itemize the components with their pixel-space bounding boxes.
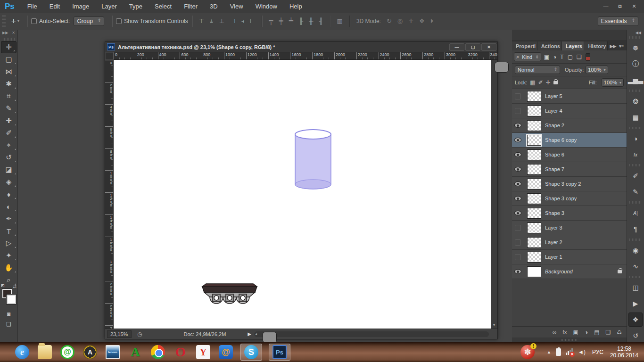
align-button[interactable]: ⊢ (247, 17, 258, 25)
menu-item[interactable]: 3D (204, 3, 224, 10)
visibility-toggle[interactable] (512, 89, 524, 103)
alert-tray-icon[interactable] (520, 345, 535, 359)
layer-thumbnail[interactable] (527, 237, 541, 248)
panel-resize-grip[interactable] (512, 337, 627, 342)
default-colors-icon[interactable]: ◩ (1, 283, 5, 288)
lock-all-button[interactable] (553, 81, 558, 84)
clock[interactable]: 12:58 20.06.2014 (610, 346, 638, 359)
toolbar-collapse-icon[interactable]: ▶▶ (2, 31, 8, 36)
panel-strip-button[interactable]: fx (628, 148, 643, 162)
auto-select-target-dropdown[interactable]: Group ⇕ (74, 16, 104, 26)
quick-mask-button[interactable]: ◙ (0, 309, 17, 319)
canvas[interactable] (114, 60, 491, 329)
align-button[interactable]: ⫞ (238, 17, 247, 25)
tool-button[interactable]: ✒ (0, 213, 17, 225)
align-button[interactable]: ⊥ (216, 17, 227, 25)
network-icon[interactable]: ✕ (566, 348, 573, 356)
distribute-button[interactable]: ╧ (286, 17, 296, 25)
taskbar-app-button[interactable]: @ (59, 344, 75, 360)
tool-button[interactable]: ▢ (0, 53, 17, 66)
layers-footer-button[interactable]: ▤ (594, 329, 599, 336)
document-window-button[interactable]: ▢ (465, 43, 480, 51)
layers-footer-button[interactable]: ♺ (617, 329, 622, 336)
lock-transparency-button[interactable]: ▦ (530, 79, 535, 86)
dock-expand-icon[interactable]: ◀◀ (636, 30, 644, 35)
menu-item[interactable]: File (21, 3, 43, 10)
scroll-down-arrow[interactable]: ▾ (491, 323, 497, 327)
filter-toggle-switch[interactable] (586, 53, 590, 61)
panel-strip-button[interactable]: ⓘ (628, 57, 643, 71)
tool-button[interactable]: ✋ (0, 262, 17, 274)
lock-position-button[interactable]: ✛ (546, 79, 551, 86)
threed-mode-button[interactable]: ↻ (384, 17, 395, 25)
tool-button[interactable]: ◈ (0, 176, 17, 188)
layer-row[interactable]: Shape 6 (512, 148, 627, 162)
horizontal-scroll-thumb[interactable] (263, 332, 277, 343)
align-button[interactable]: ⫝ (207, 17, 216, 25)
panel-strip-button[interactable]: ❖ (628, 313, 643, 327)
fill-field[interactable]: 100% ▾ (602, 78, 624, 87)
layer-thumbnail[interactable] (527, 106, 541, 116)
layer-row[interactable]: Layer 2 (512, 235, 627, 250)
layer-row[interactable]: Shape 3 copy (512, 191, 627, 206)
menu-item[interactable]: Filter (178, 3, 204, 10)
tool-button[interactable]: ▷ (0, 237, 17, 249)
tool-button[interactable]: ♦ (0, 188, 17, 200)
auto-select-checkbox[interactable] (31, 18, 37, 24)
menu-item[interactable]: View (224, 3, 249, 10)
hidden-icons-arrow[interactable]: ▲ (547, 350, 551, 354)
menu-item[interactable]: Type (123, 3, 149, 10)
layer-row[interactable]: Layer 3 (512, 221, 627, 235)
tool-button[interactable]: ◪ (0, 164, 17, 176)
ruler-origin-box[interactable] (105, 52, 114, 60)
tool-button[interactable]: ✚ (0, 115, 17, 127)
tool-button[interactable]: ↺ (0, 151, 17, 164)
auto-align-button[interactable]: ▥ (334, 17, 346, 25)
layer-filter-button[interactable]: ◑ (551, 54, 558, 60)
layer-row[interactable]: Layer 1 (512, 250, 627, 264)
panel-strip-button[interactable]: ∿ (628, 259, 643, 273)
layer-thumbnail[interactable] (527, 193, 541, 204)
visibility-toggle[interactable] (512, 235, 524, 249)
show-transform-checkbox[interactable] (116, 18, 122, 24)
document-window-button[interactable]: ✕ (481, 43, 496, 51)
visibility-toggle[interactable] (512, 162, 524, 176)
visibility-toggle[interactable] (512, 118, 524, 132)
panel-strip-button[interactable]: ✐ (628, 169, 643, 183)
threed-mode-button[interactable]: ✛ (405, 17, 416, 25)
layer-filter-button[interactable]: ❏ (575, 54, 584, 60)
layer-row[interactable]: Background (512, 264, 627, 279)
menu-item[interactable]: Edit (43, 3, 66, 10)
tool-button[interactable]: ✛ (1, 41, 17, 53)
blend-mode-dropdown[interactable]: Normal ⇕ (515, 66, 560, 74)
layer-thumbnail[interactable] (527, 135, 541, 146)
layer-thumbnail[interactable] (527, 120, 541, 131)
taskbar-app-button[interactable]: A (127, 344, 143, 360)
panel-strip-button[interactable]: ◑ (628, 132, 643, 146)
layer-filter-button[interactable]: ▢ (566, 54, 575, 60)
layer-thumbnail[interactable] (527, 164, 541, 175)
toolbar-close-icon[interactable]: ✕ (12, 31, 15, 36)
panel-strip-button[interactable]: ◫ (628, 280, 643, 295)
menu-item[interactable]: Select (149, 3, 178, 10)
menu-item[interactable]: Layer (95, 3, 123, 10)
visibility-toggle[interactable] (512, 191, 524, 206)
workspace-switcher[interactable]: Essentials ⇕ (598, 16, 638, 26)
layer-row[interactable]: Shape 7 (512, 162, 627, 177)
horizontal-ruler[interactable]: 0200400600800100012001400160018002000220… (114, 52, 497, 60)
panel-strip-button[interactable]: ◉ (628, 243, 643, 257)
align-button[interactable]: ⊣ (227, 17, 238, 25)
threed-mode-button[interactable]: ◎ (395, 17, 405, 25)
scroll-left-arrow[interactable]: ◂ (255, 332, 257, 336)
panel-strip-button[interactable]: ¶ (628, 222, 643, 236)
taskbar-app-button[interactable]: S (240, 344, 262, 361)
language-indicator[interactable]: РУС (590, 349, 605, 355)
tool-button[interactable]: ✱ (0, 78, 17, 90)
layer-row[interactable]: Shape 2 (512, 118, 627, 133)
panel-strip-button[interactable]: ▦ (628, 110, 643, 124)
panel-strip-button[interactable]: ▶ (628, 296, 643, 311)
distribute-button[interactable]: ╫ (306, 17, 316, 25)
menu-item[interactable]: Window (249, 3, 283, 10)
align-button[interactable]: ⊤ (196, 17, 207, 25)
tab-history[interactable]: History (584, 41, 608, 50)
